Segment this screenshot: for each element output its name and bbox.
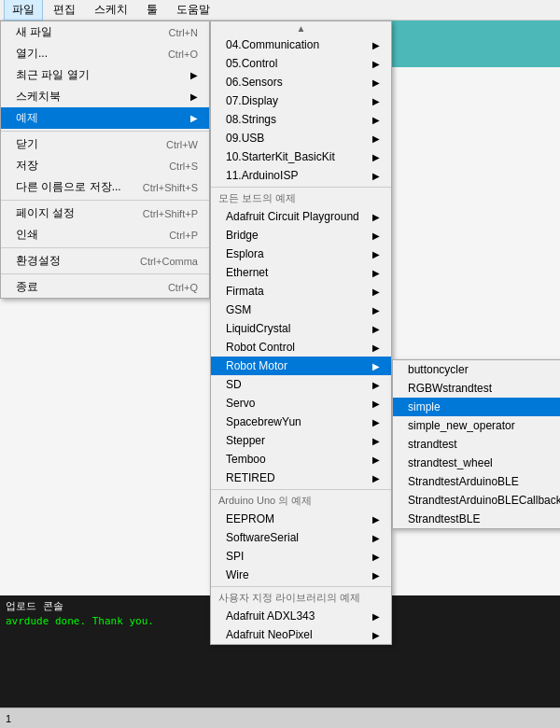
menu-save-as[interactable]: 다른 이름으로 저장... Ctrl+Shift+S: [1, 176, 209, 198]
menu-strandtest-wheel[interactable]: strandtest_wheel: [393, 454, 560, 472]
examples-sep-1: [211, 187, 391, 188]
menu-sep-1: [1, 131, 209, 132]
menu-temboo[interactable]: Temboo ▶: [211, 450, 391, 469]
menu-preferences[interactable]: 환경설정 Ctrl+Comma: [1, 250, 209, 272]
menu-sep-2: [1, 200, 209, 201]
menu-wire[interactable]: Wire ▶: [211, 566, 391, 584]
menu-print[interactable]: 인쇄 Ctrl+P: [1, 224, 209, 245]
menu-rgbwstrandtest[interactable]: RGBWstrandtest: [393, 379, 560, 398]
menu-robot-control[interactable]: Robot Control ▶: [211, 338, 391, 357]
menubar-tools[interactable]: 툴: [138, 0, 166, 21]
menu-servo[interactable]: Servo ▶: [211, 394, 391, 413]
menu-strandtest-arduinoble[interactable]: StrandtestArduinoBLE: [393, 472, 560, 491]
menu-page-setup[interactable]: 페이지 설정 Ctrl+Shift+P: [1, 203, 209, 224]
menu-sd[interactable]: SD ▶: [211, 375, 391, 394]
menu-sketchbook[interactable]: 스케치북 ▶: [1, 86, 209, 107]
examples-sep-3: [211, 586, 391, 587]
status-bar: 1: [0, 707, 560, 728]
menu-save[interactable]: 저장 Ctrl+S: [1, 155, 209, 176]
menu-quit[interactable]: 종료 Ctrl+Q: [1, 276, 209, 298]
menu-07-display[interactable]: 07.Display ▶: [211, 91, 391, 110]
menu-ethernet[interactable]: Ethernet ▶: [211, 263, 391, 282]
menu-05-control[interactable]: 05.Control ▶: [211, 54, 391, 73]
menu-adafruit-neopixel[interactable]: Adafruit NeoPixel ▶: [211, 625, 391, 644]
menu-adafruit-adxl343[interactable]: Adafruit ADXL343 ▶: [211, 607, 391, 625]
all-boards-header: 모든 보드의 예제: [211, 189, 391, 207]
menu-retired[interactable]: RETIRED ▶: [211, 469, 391, 487]
menu-strandtest[interactable]: strandtest: [393, 435, 560, 454]
menu-softwareserial[interactable]: SoftwareSerial ▶: [211, 528, 391, 547]
menu-06-sensors[interactable]: 06.Sensors ▶: [211, 73, 391, 91]
menu-close[interactable]: 닫기 Ctrl+W: [1, 133, 209, 155]
menu-new-file[interactable]: 새 파일 Ctrl+N: [1, 21, 209, 43]
menu-gsm[interactable]: GSM ▶: [211, 301, 391, 319]
menu-10-starterkit[interactable]: 10.StarterKit_BasicKit ▶: [211, 147, 391, 166]
scroll-up-indicator: ▲: [211, 21, 391, 35]
menu-simple-new-operator[interactable]: simple_new_operator: [393, 416, 560, 435]
menubar-help[interactable]: 도움말: [168, 0, 218, 21]
menu-spacebrewyun[interactable]: SpacebrewYun ▶: [211, 413, 391, 431]
examples-sep-2: [211, 489, 391, 490]
menu-firmata[interactable]: Firmata ▶: [211, 282, 391, 301]
file-menu: 새 파일 Ctrl+N 열기... Ctrl+O 최근 파일 열기 ▶ 스케치북…: [0, 21, 210, 299]
menubar-sketch[interactable]: 스케치: [86, 0, 136, 21]
user-libs-header: 사용자 지정 라이브러리의 예제: [211, 589, 391, 607]
menu-09-usb[interactable]: 09.USB ▶: [211, 129, 391, 147]
menu-esplora[interactable]: Esplora ▶: [211, 245, 391, 263]
menubar-edit[interactable]: 편집: [45, 0, 84, 21]
menu-simple[interactable]: simple: [393, 398, 560, 416]
robot-motor-menu: buttoncycler RGBWstrandtest simple simpl…: [392, 359, 560, 529]
menu-sep-3: [1, 247, 209, 248]
menu-eeprom[interactable]: EEPROM ▶: [211, 510, 391, 528]
menu-08-strings[interactable]: 08.Strings ▶: [211, 110, 391, 129]
menu-11-arduinoisp[interactable]: 11.ArduinoISP ▶: [211, 166, 391, 185]
menu-spi[interactable]: SPI ▶: [211, 547, 391, 566]
menu-recent[interactable]: 최근 파일 열기 ▶: [1, 64, 209, 86]
menu-strandtest-arduinoble-callback[interactable]: StrandtestArduinoBLECallback: [393, 491, 560, 510]
menu-04-communication[interactable]: 04.Communication ▶: [211, 35, 391, 54]
examples-menu: ▲ 04.Communication ▶ 05.Control ▶ 06.Sen…: [210, 21, 392, 645]
menu-buttoncycler[interactable]: buttoncycler: [393, 360, 560, 379]
menu-stepper[interactable]: Stepper ▶: [211, 431, 391, 450]
menu-open[interactable]: 열기... Ctrl+O: [1, 43, 209, 64]
menu-bridge[interactable]: Bridge ▶: [211, 226, 391, 245]
menu-adafruit-playground[interactable]: Adafruit Circuit Playground ▶: [211, 207, 391, 226]
arduino-uno-header: Arduino Uno 의 예제: [211, 492, 391, 510]
menu-sep-4: [1, 273, 209, 274]
menu-liquidcrystal[interactable]: LiquidCrystal ▶: [211, 319, 391, 338]
menubar: 파일 편집 스케치 툴 도움말: [0, 0, 560, 21]
menu-strandtestble[interactable]: StrandtestBLE: [393, 510, 560, 528]
menu-robot-motor[interactable]: Robot Motor ▶: [211, 357, 391, 375]
status-line: 1: [6, 713, 11, 724]
menu-examples[interactable]: 예제 ▶: [1, 107, 209, 129]
menubar-file[interactable]: 파일: [4, 0, 43, 21]
